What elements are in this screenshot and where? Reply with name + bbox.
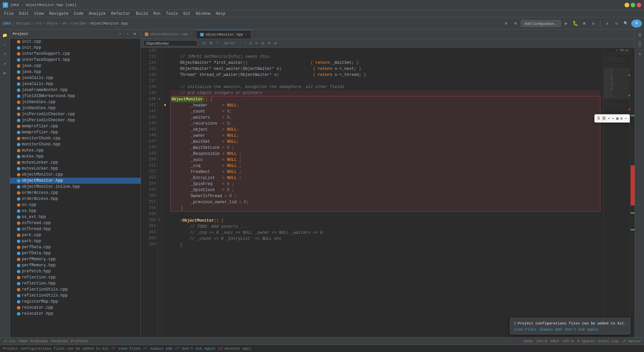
file-prefetch-hpp[interactable]: ⬤ prefetch.hpp xyxy=(10,268,141,274)
file-java-hpp[interactable]: ⬤ java.hpp xyxy=(10,69,141,75)
replace-btn[interactable]: ⟳ xyxy=(254,41,259,45)
coverage-btn[interactable]: ⊞ xyxy=(580,19,588,28)
file-mutexLocker-cpp[interactable]: ⬤ mutexLocker.cpp xyxy=(10,160,141,166)
close-button[interactable]: × xyxy=(637,3,641,7)
menu-build[interactable]: Build xyxy=(133,11,151,17)
next-result-btn[interactable]: ↓ xyxy=(243,41,247,45)
file-java-cpp[interactable]: ⬤ java.cpp xyxy=(10,63,141,69)
file-os-cpp[interactable]: ⬤ os.cpp xyxy=(10,202,141,208)
search-input[interactable] xyxy=(144,40,197,46)
file-memprofiler-cpp[interactable]: ⬤ memprofiler.cpp xyxy=(10,123,141,129)
redo-btn[interactable]: ↻ xyxy=(612,19,621,28)
filter-btn[interactable]: ▼ xyxy=(266,41,272,45)
file-reflectionUtils-hpp[interactable]: ⬤ reflectionUtils.hpp xyxy=(10,293,141,299)
file-perfData-hpp[interactable]: ⬤ perfData.hpp xyxy=(10,250,141,256)
file-init-hpp[interactable]: ⬤ init.hpp xyxy=(10,45,141,51)
tab-objectmonitor-hpp[interactable]: objectMonitor.hpp × xyxy=(196,30,252,39)
file-jniHandles-hpp[interactable]: ⬤ jniHandles.hpp xyxy=(10,105,141,111)
file-monitorChunk-hpp[interactable]: ⬤ monitorChunk.hpp xyxy=(10,141,141,147)
file-os-ext[interactable]: ⬤ os_ext.hpp xyxy=(10,214,141,220)
file-osThread-cpp[interactable]: ⬤ osThread.cpp xyxy=(10,220,141,226)
profile-btn[interactable]: ◎ xyxy=(589,19,597,28)
file-jniPeriodicChecker-cpp[interactable]: ⬤ jniPeriodicChecker.cpp xyxy=(10,111,141,117)
file-os-hpp[interactable]: ⬤ os.hpp xyxy=(10,208,141,214)
project-icon[interactable]: 📁 xyxy=(1,31,9,40)
ime-option-4[interactable]: ▦ xyxy=(616,116,619,121)
menu-view[interactable]: View xyxy=(32,11,47,17)
fold-160[interactable]: ▼ xyxy=(158,218,160,222)
run-button[interactable]: ▶ xyxy=(562,19,570,28)
file-orderAccess-cpp[interactable]: ⬤ orderAccess.cpp xyxy=(10,190,141,196)
file-relocator-cpp[interactable]: ⬤ relocator.cpp xyxy=(10,305,141,311)
file-orderAccess-hpp[interactable]: ⬤ orderAccess.hpp xyxy=(10,196,141,202)
menu-navigate[interactable]: Navigate xyxy=(46,11,71,17)
file-reflection-hpp[interactable]: ⬤ reflection.hpp xyxy=(10,280,141,287)
git-status[interactable]: ⎇ Git xyxy=(3,339,16,343)
profiler-btn[interactable]: Profiler xyxy=(71,339,89,343)
filter2-btn[interactable]: ⊛ xyxy=(273,41,278,45)
undo-btn[interactable]: ↺ xyxy=(603,19,611,28)
code-content[interactable]: // JVM/DI GetMonitorInfo() needs this Ob… xyxy=(168,48,603,337)
file-perfMemory-cpp[interactable]: ⬤ perfMemory.cpp xyxy=(10,256,141,262)
file-jfieldIDWorkaround[interactable]: ⬤ jfieldIDWorkaround.hpp xyxy=(10,93,141,99)
file-osThread-hpp[interactable]: ⬤ osThread.hpp xyxy=(10,226,141,232)
case-btn[interactable]: Cc xyxy=(201,41,207,45)
file-init-cpp[interactable]: ⬤ init.cpp xyxy=(10,39,141,45)
settings-btn[interactable]: ⚙ xyxy=(512,19,520,28)
run-icon[interactable]: ▶ xyxy=(1,69,9,77)
file-mutex-cpp[interactable]: ⬤ mutex.cpp xyxy=(10,147,141,153)
file-objectMonitor-hpp[interactable]: ⬤ objectMonitor.hpp xyxy=(10,178,141,184)
avatar[interactable]: U xyxy=(631,19,642,28)
file-objectMonitor-inline[interactable]: ⬤ objectMonitor.inline.hpp xyxy=(10,184,141,190)
menu-help[interactable]: Help xyxy=(213,11,228,17)
minimize-button[interactable]: − xyxy=(625,3,629,7)
database-icon[interactable]: DB xyxy=(637,31,642,39)
commit-icon[interactable]: ✓ xyxy=(1,40,9,49)
run-config-button[interactable]: Add Configuration... xyxy=(521,20,561,27)
maximize-button[interactable]: □ xyxy=(631,3,635,7)
file-interfaceSupport-hpp[interactable]: ⬤ interfaceSupport.hpp xyxy=(10,57,141,63)
git-icon[interactable]: Git xyxy=(637,40,642,50)
file-reflectionUtils-cpp[interactable]: ⬤ reflectionUtils.cpp xyxy=(10,287,141,293)
master-branch[interactable]: ⎇ master xyxy=(622,339,641,343)
file-park-cpp[interactable]: ⬤ park.cpp xyxy=(10,232,141,238)
toast-view-files[interactable]: View Files xyxy=(514,327,536,332)
toast-dont-ask[interactable]: Don't Ask Again xyxy=(565,327,598,332)
menu-window[interactable]: Window xyxy=(193,11,213,17)
close-search-btn[interactable]: ⊡ xyxy=(248,41,253,45)
menu-run[interactable]: Run xyxy=(151,11,163,17)
sync-btn[interactable]: ⚡ xyxy=(117,31,123,37)
file-objectMonitor-cpp[interactable]: ⬤ objectMonitor.cpp xyxy=(10,172,141,178)
file-interfaceSupport-cpp[interactable]: ⬤ interfaceSupport.cpp xyxy=(10,51,141,57)
file-mutex-hpp[interactable]: ⬤ mutex.hpp xyxy=(10,153,141,160)
search-everywhere-btn[interactable]: 🔍 xyxy=(622,19,630,28)
file-monitorChunk-cpp[interactable]: ⬤ monitorChunk.cpp xyxy=(10,135,141,141)
notifications-icon[interactable]: ⚑ xyxy=(637,50,642,58)
file-javaFrameAnchor[interactable]: ⬤ javaFrameAnchor.hpp xyxy=(10,87,141,93)
always-add-link[interactable]: Always Add xyxy=(150,347,172,351)
event-log-btn[interactable]: Event Log xyxy=(598,339,618,343)
structure-icon[interactable]: ≡ xyxy=(1,50,9,58)
menu-tools[interactable]: Tools xyxy=(163,11,181,17)
file-perfMemory-hpp[interactable]: ⬤ perfMemory.hpp xyxy=(10,262,141,268)
file-park-hpp[interactable]: ⬤ park.hpp xyxy=(10,238,141,244)
terminal-btn[interactable]: Terminal xyxy=(51,339,68,343)
tab-cpp-close[interactable]: × xyxy=(190,33,192,36)
ime-option-6[interactable]: ⋯ xyxy=(625,116,627,121)
dont-ask-link[interactable]: Don't Ask Again xyxy=(182,347,215,351)
menu-git[interactable]: Git xyxy=(181,11,194,17)
menu-analyze[interactable]: Analyze xyxy=(86,11,108,17)
collapse-btn[interactable]: − xyxy=(124,31,130,37)
ime-option-2[interactable]: • xyxy=(608,117,610,121)
favorites-icon[interactable]: ★ xyxy=(1,59,9,68)
expand-btn[interactable]: ⚙ xyxy=(132,31,138,37)
todo-btn[interactable]: TODO xyxy=(18,339,27,343)
file-reflection-cpp[interactable]: ⬤ reflection.cpp xyxy=(10,274,141,280)
menu-refactor[interactable]: Refactor xyxy=(108,11,133,17)
tab-hpp-close[interactable]: × xyxy=(245,33,247,36)
menu-edit[interactable]: Edit xyxy=(16,11,32,17)
file-registerMap-hpp[interactable]: ⬤ registerMap.hpp xyxy=(10,299,141,305)
file-relocator-hpp[interactable]: ⬤ relocator.hpp xyxy=(10,311,141,317)
bookmark-btn[interactable]: ⚙ xyxy=(502,19,510,28)
word-btn[interactable]: W xyxy=(208,41,214,45)
